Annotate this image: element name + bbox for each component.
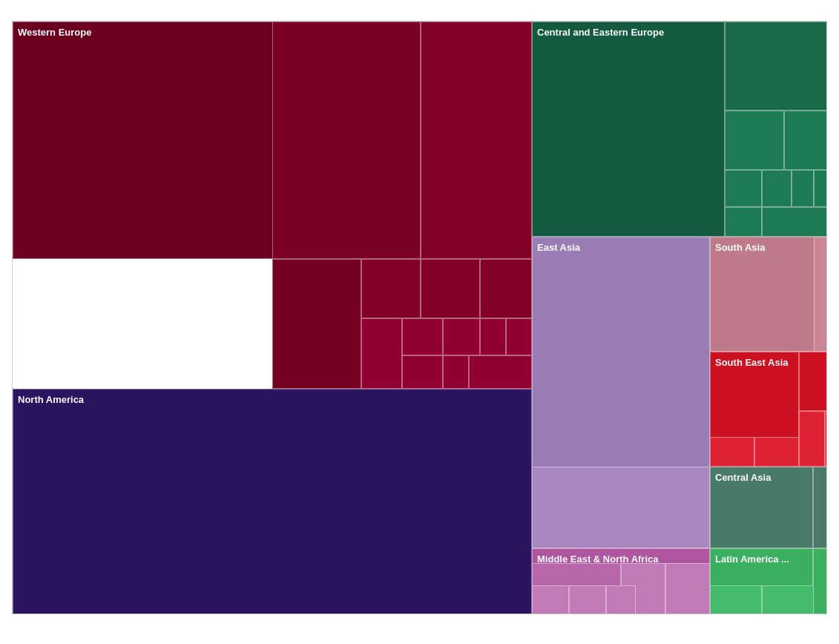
treemap-cell-sea-sub2 [799, 411, 825, 467]
treemap-cell-mena-sub5 [569, 585, 606, 614]
treemap-chart: Western EuropeCentral and Eastern Europe… [12, 21, 827, 614]
treemap-label-western-europe: Western Europe [18, 27, 91, 39]
treemap-cell-sea-sub3 [825, 411, 827, 467]
treemap-cell-mena-sub3 [665, 563, 710, 614]
treemap-cell-central-eastern-europe: Central and Eastern Europe [532, 22, 725, 237]
treemap-label-east-asia: East Asia [537, 242, 580, 254]
treemap-cell-la-sub2 [710, 585, 762, 614]
treemap-cell-south-asia: South Asia [710, 237, 827, 352]
treemap-cell-north-america: North America [13, 389, 532, 614]
treemap-label-south-east-asia: South East Asia [715, 357, 788, 369]
treemap-cell-we-row2-sub4 [480, 259, 532, 318]
treemap-cell-we-row2-sub8 [480, 318, 506, 355]
treemap-cell-cee-sub5 [762, 170, 792, 207]
treemap-cell-cee-sub3 [784, 111, 827, 170]
treemap-cell-we-row2-sub11 [443, 355, 469, 389]
treemap-cell-we-row2-sub2 [361, 259, 421, 318]
treemap-cell-mena-sub6 [606, 585, 636, 614]
treemap-cell-we-row2-sub9 [506, 318, 532, 355]
treemap-label-central-asia: Central Asia [715, 472, 771, 484]
treemap-cell-we-row2-sub1 [272, 259, 361, 389]
treemap-cell-cee-sub8 [725, 207, 762, 237]
treemap-cell-we-row2-sub3 [421, 259, 480, 318]
treemap-cell-la-sub3 [762, 585, 814, 614]
treemap-cell-sea-sub5 [754, 437, 799, 467]
treemap-label-latin-america: Latin America ... [715, 553, 789, 565]
treemap-cell-we-sub2 [421, 22, 532, 259]
treemap-cell-central-asia: Central Asia [710, 467, 813, 548]
treemap-cell-we-row2-sub10 [402, 355, 443, 389]
treemap-cell-mena-sub4 [532, 585, 569, 614]
treemap-cell-cee-sub4 [725, 170, 762, 207]
treemap-cell-cee-sub9 [762, 207, 827, 237]
treemap-cell-sea-sub4 [710, 437, 754, 467]
treemap-cell-cee-sub2 [725, 111, 784, 170]
treemap-cell-south-asia-sub [814, 237, 827, 352]
treemap-cell-cee-sub1 [725, 22, 827, 111]
treemap-cell-we-row2-sub12 [469, 355, 532, 389]
treemap-cell-ca-sub [813, 467, 827, 548]
treemap-cell-we-sub1 [272, 22, 421, 259]
treemap-label-south-asia: South Asia [715, 242, 765, 254]
treemap-cell-sea-sub1 [799, 352, 827, 411]
treemap-cell-cee-sub7 [814, 170, 827, 207]
treemap-label-north-america: North America [18, 394, 84, 406]
treemap-cell-we-row2-sub7 [443, 318, 480, 355]
treemap-cell-east-asia-sub1 [532, 467, 710, 548]
treemap-cell-la-sub1 [813, 548, 827, 614]
treemap-cell-cee-sub6 [792, 170, 814, 207]
treemap-label-central-eastern-europe: Central and Eastern Europe [537, 27, 664, 39]
treemap-cell-we-row2-sub6 [402, 318, 443, 355]
treemap-cell-we-row2-sub5 [361, 318, 402, 389]
